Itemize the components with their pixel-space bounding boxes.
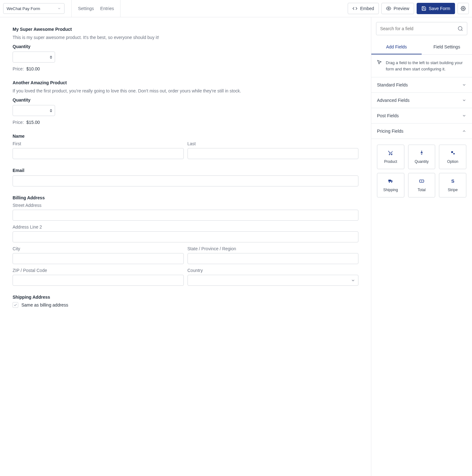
- city-input[interactable]: [13, 253, 184, 264]
- svg-point-0: [388, 8, 389, 9]
- field-tile-quantity[interactable]: Quantity: [408, 145, 435, 169]
- preview-label: Preview: [394, 6, 409, 11]
- zip-input[interactable]: [13, 275, 184, 286]
- name-field[interactable]: Name First Last: [13, 134, 358, 159]
- svg-point-7: [389, 182, 390, 183]
- divider: [120, 0, 121, 17]
- quantity-label: Quantity: [13, 97, 358, 102]
- svg-line-3: [461, 30, 462, 30]
- tile-label: Shipping: [383, 188, 398, 192]
- country-select[interactable]: [188, 275, 359, 286]
- last-name-input[interactable]: [188, 148, 359, 159]
- tab-add-fields[interactable]: Add Fields: [371, 40, 422, 54]
- nav-tab-entries[interactable]: Entries: [100, 6, 114, 11]
- gear-icon: [461, 6, 466, 11]
- save-icon: [421, 6, 426, 11]
- tile-label: Quantity: [415, 159, 429, 164]
- tile-label: Option: [447, 159, 458, 164]
- street-input[interactable]: [13, 210, 358, 221]
- gears-icon: [450, 150, 456, 156]
- name-label: Name: [13, 134, 358, 139]
- product-description: If you loved the first product, you're r…: [13, 88, 358, 94]
- drag-hint-text: Drag a field to the left to start buildi…: [386, 60, 466, 72]
- form-selector-dropdown[interactable]: WeChat Pay Form: [3, 3, 65, 14]
- tile-label: Stripe: [448, 188, 458, 192]
- save-label: Save Form: [429, 6, 450, 11]
- email-field-block[interactable]: Email: [13, 168, 358, 186]
- group-label: Post Fields: [377, 113, 399, 118]
- code-icon: [352, 6, 357, 11]
- chevron-down-icon: [462, 83, 466, 87]
- field-tile-total[interactable]: $ Total: [408, 173, 435, 197]
- money-icon: $: [419, 178, 424, 184]
- search-field-box[interactable]: [376, 22, 467, 35]
- field-tile-product[interactable]: Product: [377, 145, 404, 169]
- group-label: Standard Fields: [377, 82, 408, 87]
- form-canvas: My Super Awesome Product This is my supe…: [0, 17, 371, 476]
- svg-point-6: [453, 153, 455, 155]
- chevron-up-icon: [462, 129, 466, 133]
- quantity-stepper[interactable]: [13, 105, 55, 116]
- svg-text:S: S: [451, 178, 454, 184]
- price-value: $10.00: [26, 66, 40, 71]
- group-advanced-fields[interactable]: Advanced Fields: [371, 93, 472, 108]
- group-post-fields[interactable]: Post Fields: [371, 108, 472, 124]
- same-as-billing-checkbox[interactable]: [13, 302, 18, 308]
- quantity-stepper[interactable]: [13, 52, 55, 63]
- divider: [71, 0, 72, 17]
- nav-tab-settings[interactable]: Settings: [78, 6, 94, 11]
- tile-label: Product: [384, 159, 397, 164]
- group-label: Pricing Fields: [377, 129, 403, 134]
- embed-button[interactable]: Embed: [348, 3, 379, 14]
- svg-point-8: [391, 182, 392, 183]
- shipping-address-field[interactable]: Shipping Address Same as billing address: [13, 295, 358, 308]
- drag-hint: Drag a field to the left to start buildi…: [371, 55, 472, 77]
- group-label: Advanced Fields: [377, 98, 410, 103]
- tab-field-settings[interactable]: Field Settings: [422, 40, 472, 54]
- save-button[interactable]: Save Form: [417, 3, 455, 14]
- tile-label: Total: [418, 188, 425, 192]
- email-label: Email: [13, 168, 358, 173]
- group-standard-fields[interactable]: Standard Fields: [371, 77, 472, 93]
- first-name-input[interactable]: [13, 148, 184, 159]
- quantity-label: Quantity: [13, 44, 358, 49]
- state-input[interactable]: [188, 253, 359, 264]
- line2-label: Address Line 2: [13, 224, 358, 230]
- price-value: $15.00: [26, 120, 40, 125]
- embed-label: Embed: [360, 6, 374, 11]
- svg-point-1: [463, 8, 464, 9]
- search-icon: [458, 26, 463, 31]
- field-tile-shipping[interactable]: Shipping: [377, 173, 404, 197]
- group-pricing-fields[interactable]: Pricing Fields: [371, 124, 472, 139]
- same-as-billing-label: Same as billing address: [21, 302, 68, 307]
- svg-point-5: [451, 151, 453, 153]
- stripe-icon: S: [450, 178, 456, 184]
- shipping-label: Shipping Address: [13, 295, 358, 300]
- add-person-icon: [419, 150, 424, 156]
- line2-input[interactable]: [13, 231, 358, 242]
- country-label: Country: [188, 268, 359, 273]
- last-name-label: Last: [188, 141, 359, 146]
- sidebar: Add Fields Field Settings Drag a field t…: [371, 17, 472, 476]
- product-field[interactable]: My Super Awesome Product This is my supe…: [13, 27, 358, 71]
- street-label: Street Address: [13, 203, 358, 208]
- pricing-fields-grid: Product Quantity Option Shipping: [371, 139, 472, 203]
- product-field[interactable]: Another Amazing Product If you loved the…: [13, 80, 358, 125]
- preview-button[interactable]: Preview: [381, 3, 414, 14]
- form-selector-label: WeChat Pay Form: [7, 6, 40, 11]
- app-header: WeChat Pay Form Settings Entries Embed P…: [0, 0, 472, 17]
- price-label: Price:: [13, 120, 24, 125]
- field-tile-option[interactable]: Option: [439, 145, 466, 169]
- email-input[interactable]: [13, 175, 358, 186]
- svg-point-4: [421, 151, 422, 152]
- product-title: Another Amazing Product: [13, 80, 358, 85]
- field-tile-stripe[interactable]: S Stripe: [439, 173, 466, 197]
- settings-button[interactable]: [458, 3, 469, 14]
- pointer-icon: [377, 60, 382, 72]
- search-input[interactable]: [380, 26, 458, 31]
- billing-address-field[interactable]: Billing Address Street Address Address L…: [13, 195, 358, 286]
- svg-point-2: [458, 26, 462, 30]
- price-label: Price:: [13, 66, 24, 71]
- nav-tabs: Settings Entries: [76, 6, 120, 11]
- cart-icon: [388, 150, 393, 156]
